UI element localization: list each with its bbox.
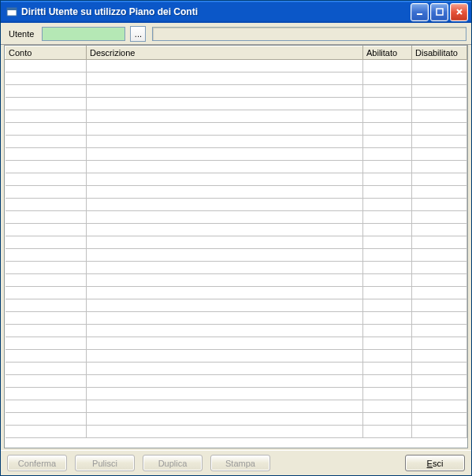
table-cell[interactable] [412,400,467,413]
table-cell[interactable] [412,363,467,375]
table-cell[interactable] [412,325,467,337]
table-cell[interactable] [87,299,363,312]
table-cell[interactable] [412,211,467,224]
table-cell[interactable] [363,173,412,186]
table-row[interactable] [6,73,467,85]
close-button[interactable] [450,3,468,21]
table-cell[interactable] [87,262,363,274]
table-cell[interactable] [363,211,412,224]
table-row[interactable] [6,136,467,148]
table-cell[interactable] [363,98,412,110]
table-cell[interactable] [412,426,467,438]
table-cell[interactable] [363,299,412,312]
table-row[interactable] [6,388,467,400]
table-cell[interactable] [6,299,87,312]
table-cell[interactable] [412,375,467,388]
table-row[interactable] [6,148,467,161]
table-cell[interactable] [412,274,467,287]
table-cell[interactable] [412,312,467,325]
pulisci-button[interactable]: Pulisci [75,455,135,471]
table-cell[interactable] [6,224,87,236]
table-cell[interactable] [6,211,87,224]
table-row[interactable] [6,287,467,299]
table-cell[interactable] [87,249,363,262]
table-cell[interactable] [6,123,87,136]
table-cell[interactable] [6,136,87,148]
stampa-button[interactable]: Stampa [210,455,270,471]
table-cell[interactable] [87,73,363,85]
table-cell[interactable] [363,337,412,350]
table-cell[interactable] [363,110,412,123]
table-cell[interactable] [6,110,87,123]
browse-button[interactable]: ... [130,26,146,42]
table-cell[interactable] [412,262,467,274]
table-cell[interactable] [6,363,87,375]
col-header-descrizione[interactable]: Descrizione [87,46,363,60]
table-cell[interactable] [6,337,87,350]
table-cell[interactable] [87,337,363,350]
table-cell[interactable] [87,186,363,199]
table-row[interactable] [6,299,467,312]
table-cell[interactable] [412,337,467,350]
table-row[interactable] [6,426,467,438]
table-cell[interactable] [87,123,363,136]
table-row[interactable] [6,85,467,98]
table-cell[interactable] [87,375,363,388]
table-row[interactable] [6,249,467,262]
table-row[interactable] [6,337,467,350]
table-cell[interactable] [412,413,467,426]
table-cell[interactable] [412,299,467,312]
table-cell[interactable] [412,287,467,299]
table-cell[interactable] [6,426,87,438]
minimize-button[interactable] [411,3,429,21]
table-cell[interactable] [412,110,467,123]
table-cell[interactable] [87,325,363,337]
table-cell[interactable] [412,199,467,211]
table-cell[interactable] [412,236,467,249]
table-cell[interactable] [87,199,363,211]
table-row[interactable] [6,350,467,363]
table-row[interactable] [6,60,467,73]
table-cell[interactable] [6,400,87,413]
table-cell[interactable] [87,400,363,413]
accounts-table[interactable]: Conto Descrizione Abilitato Disabilitato [4,45,468,448]
table-row[interactable] [6,274,467,287]
col-header-disabilitato[interactable]: Disabilitato [412,46,467,60]
table-cell[interactable] [87,148,363,161]
table-cell[interactable] [363,236,412,249]
table-cell[interactable] [363,375,412,388]
table-cell[interactable] [6,350,87,363]
table-cell[interactable] [87,413,363,426]
esci-button[interactable]: Esci [405,455,465,471]
table-cell[interactable] [363,60,412,73]
table-row[interactable] [6,262,467,274]
col-header-abilitato[interactable]: Abilitato [363,46,412,60]
table-row[interactable] [6,400,467,413]
table-cell[interactable] [87,350,363,363]
table-cell[interactable] [363,85,412,98]
table-row[interactable] [6,211,467,224]
table-cell[interactable] [6,85,87,98]
table-row[interactable] [6,199,467,211]
table-cell[interactable] [363,400,412,413]
table-row[interactable] [6,236,467,249]
table-cell[interactable] [6,375,87,388]
table-cell[interactable] [363,186,412,199]
table-row[interactable] [6,161,467,173]
table-cell[interactable] [6,73,87,85]
table-cell[interactable] [412,85,467,98]
duplica-button[interactable]: Duplica [143,455,203,471]
table-cell[interactable] [6,249,87,262]
table-cell[interactable] [412,73,467,85]
utente-input[interactable] [42,27,125,41]
table-cell[interactable] [6,287,87,299]
table-cell[interactable] [87,224,363,236]
table-cell[interactable] [6,236,87,249]
conferma-button[interactable]: Conferma [7,455,67,471]
table-cell[interactable] [87,161,363,173]
table-cell[interactable] [412,148,467,161]
table-cell[interactable] [87,173,363,186]
table-cell[interactable] [363,287,412,299]
table-cell[interactable] [363,426,412,438]
table-cell[interactable] [87,236,363,249]
